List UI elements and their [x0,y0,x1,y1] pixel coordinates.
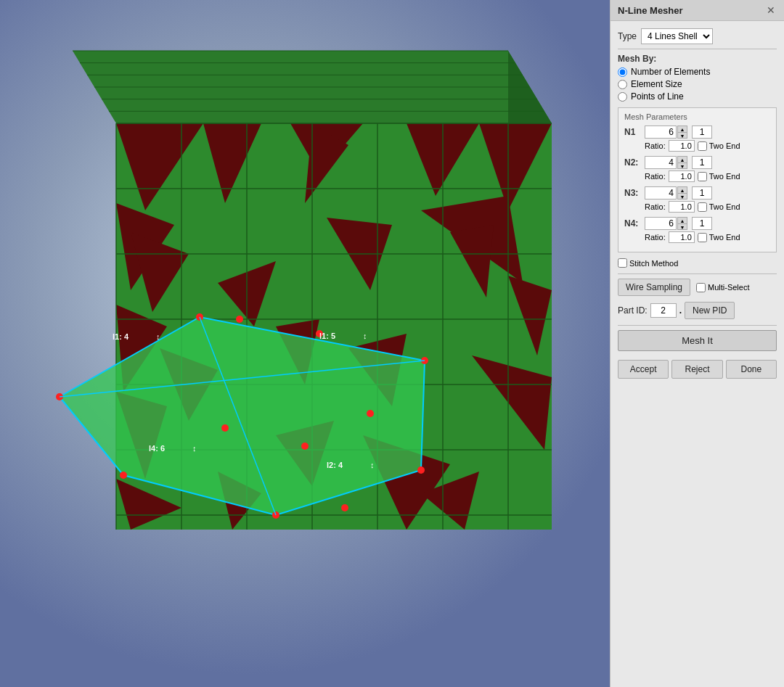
mesh-it-button[interactable]: Mesh It [618,330,777,351]
param-main-n3: N3: ▲ ▼ [624,186,770,199]
type-select[interactable]: 4 Lines Shell 3 Lines Shell 2 Lines Shel… [641,28,713,44]
mesh-by-label: Mesh By: [618,54,777,64]
n2-two-end-check[interactable] [698,172,707,181]
partid-row: Part ID: . New PID [618,302,777,319]
n4-second[interactable] [692,217,712,230]
n1-spinner[interactable]: ▲ ▼ [677,126,687,139]
dot-separator: . [679,305,682,316]
n1-spin-up[interactable]: ▲ [677,126,687,132]
n3-input[interactable] [645,186,677,199]
stitch-row: Stitch Method [618,258,777,268]
n4-two-end-label[interactable]: Two End [698,233,740,242]
multi-select-text: Multi-Select [708,283,749,292]
n4-label: N4: [624,218,645,229]
stitch-check[interactable] [618,258,627,268]
divider-2 [618,273,777,274]
n3-two-end-check[interactable] [698,202,707,212]
stitch-text: Stitch Method [629,259,678,268]
param-main-n4: N4: ▲ ▼ [624,217,770,230]
n2-input[interactable] [645,156,677,169]
param-row-n1: N1 ▲ ▼ Ratio: Two End [624,126,770,152]
radio-row-size: Element Size [618,79,777,89]
n4-ratio-label: Ratio: [645,233,666,242]
n4-two-end-check[interactable] [698,233,707,242]
n4-spin-down[interactable]: ▼ [677,223,687,230]
divider-1 [618,49,777,49]
radio-label-size: Element Size [631,79,682,89]
n3-spin-up[interactable]: ▲ [677,186,687,193]
n1-ratio-row: Ratio: Two End [645,140,770,152]
n2-label: N2: [624,157,645,168]
n2-ratio-label: Ratio: [645,172,666,181]
radio-points-of-line[interactable] [618,92,627,102]
n1-label: N1 [624,127,645,137]
n4-ratio-input[interactable] [669,231,695,243]
close-button[interactable]: ✕ [765,4,777,16]
multi-select-label[interactable]: Multi-Select [696,283,749,292]
viewport [0,0,610,687]
panel-titlebar: N-Line Mesher ✕ [611,0,784,21]
mesh-params-title: Mesh Parameters [624,112,770,121]
n1-two-end-label[interactable]: Two End [698,141,740,151]
reject-button[interactable]: Reject [671,360,722,379]
param-main-n1: N1 ▲ ▼ [624,126,770,139]
n3-second[interactable] [692,186,712,199]
n3-spin-down[interactable]: ▼ [677,193,687,199]
panel: N-Line Mesher ✕ Type 4 Lines Shell 3 Lin… [610,0,784,687]
n2-spin-up[interactable]: ▲ [677,156,687,163]
wire-sampling-button[interactable]: Wire Sampling [618,279,690,296]
n3-two-end-label[interactable]: Two End [698,202,740,212]
n1-ratio-label: Ratio: [645,141,666,150]
radio-label-elements: Number of Elements [631,67,710,77]
n2-spin-down[interactable]: ▼ [677,163,687,169]
radio-row-points: Points of Line [618,91,777,102]
n4-ratio-row: Ratio: Two End [645,231,770,243]
mesh-by-group: Number of Elements Element Size Points o… [618,67,777,102]
panel-content: Type 4 Lines Shell 3 Lines Shell 2 Lines… [611,21,784,687]
wire-row: Wire Sampling Multi-Select [618,279,777,296]
done-button[interactable]: Done [726,360,777,379]
n1-input[interactable] [645,126,677,139]
n4-spinner[interactable]: ▲ ▼ [677,217,687,230]
n1-ratio-input[interactable] [669,140,695,152]
n3-ratio-label: Ratio: [645,202,666,211]
n3-label: N3: [624,188,645,198]
n3-spinner[interactable]: ▲ ▼ [677,186,687,199]
type-label: Type [618,31,637,41]
panel-title: N-Line Mesher [618,5,683,16]
bottom-buttons: Accept Reject Done [618,360,777,379]
type-row: Type 4 Lines Shell 3 Lines Shell 2 Lines… [618,28,777,44]
multi-select-check[interactable] [696,283,706,292]
stitch-label[interactable]: Stitch Method [618,258,678,268]
divider-3 [618,325,777,326]
partid-input[interactable] [650,303,677,318]
radio-element-size[interactable] [618,80,627,89]
n1-two-end-check[interactable] [698,141,707,151]
n1-second[interactable] [692,126,712,139]
n2-spinner[interactable]: ▲ ▼ [677,156,687,169]
new-pid-button[interactable]: New PID [685,302,735,319]
radio-number-of-elements[interactable] [618,67,627,77]
param-row-n3: N3: ▲ ▼ Ratio: Two End [624,186,770,213]
radio-label-points: Points of Line [631,91,684,102]
radio-row-elements: Number of Elements [618,67,777,77]
n2-ratio-input[interactable] [669,170,695,182]
n2-two-end-label[interactable]: Two End [698,172,740,181]
accept-button[interactable]: Accept [618,360,669,379]
n4-spin-up[interactable]: ▲ [677,217,687,223]
n2-ratio-row: Ratio: Two End [645,170,770,182]
n4-input[interactable] [645,217,677,230]
mesh-params-section: Mesh Parameters N1 ▲ ▼ Ratio: Two E [618,107,777,252]
param-main-n2: N2: ▲ ▼ [624,156,770,169]
n1-spin-down[interactable]: ▼ [677,132,687,139]
param-row-n2: N2: ▲ ▼ Ratio: Two End [624,156,770,182]
n3-ratio-row: Ratio: Two End [645,201,770,213]
n2-second[interactable] [692,156,712,169]
3d-canvas [0,0,610,687]
n3-ratio-input[interactable] [669,201,695,213]
partid-label: Part ID: [618,305,648,316]
param-row-n4: N4: ▲ ▼ Ratio: Two End [624,217,770,243]
